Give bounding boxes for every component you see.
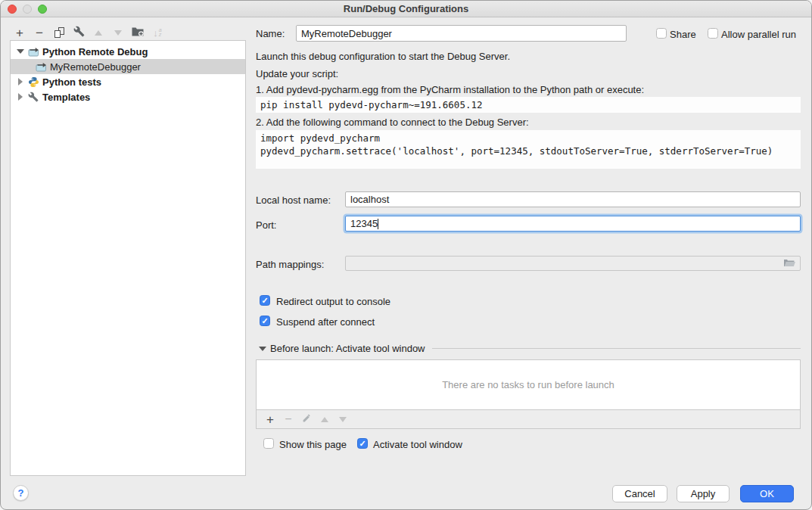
before-launch-tasks-list: There are no tasks to run before launch (256, 359, 801, 410)
remote-debug-config-icon (35, 62, 47, 72)
chevron-expanded-icon[interactable] (17, 49, 24, 54)
add-configuration-button[interactable]: + (11, 24, 28, 41)
allow-parallel-run-label: Allow parallel run (721, 29, 796, 40)
tree-item-python-remote-debug[interactable]: Python Remote Debug (11, 44, 245, 59)
add-task-button[interactable]: + (261, 411, 279, 428)
allow-parallel-run-checkbox[interactable]: ✓ (708, 28, 718, 39)
tree-item-label: Python Remote Debug (42, 46, 148, 58)
tree-item-python-tests[interactable]: Python tests (11, 74, 245, 89)
redirect-output-checkbox[interactable]: ✓ (260, 295, 270, 306)
help-button[interactable]: ? (13, 485, 29, 501)
tree-item-label: Templates (42, 92, 90, 103)
instruction-line-1: Launch this debug configuration to start… (256, 51, 510, 62)
minimize-button (23, 5, 32, 14)
chevron-collapsed-icon[interactable] (18, 78, 23, 86)
configurations-tree: Python Remote Debug MyRemoteDebugger (10, 40, 246, 476)
copy-configuration-button[interactable] (51, 24, 67, 41)
apply-button[interactable]: Apply (677, 485, 730, 502)
name-label: Name: (256, 28, 285, 39)
show-this-page-label: Show this page (279, 439, 347, 450)
port-label: Port: (256, 219, 276, 231)
ok-button[interactable]: OK (740, 485, 794, 502)
help-icon: ? (18, 487, 24, 499)
suspend-after-connect-checkbox[interactable]: ✓ (260, 316, 270, 326)
path-mappings-field[interactable] (345, 256, 801, 271)
move-task-up-button (316, 411, 334, 428)
python-icon (27, 76, 39, 88)
tree-item-label: Python tests (42, 76, 101, 88)
settrace-code-line-1: import pydevd_pycharm (260, 132, 796, 145)
move-down-icon (114, 30, 122, 36)
before-launch-separator (432, 348, 801, 349)
name-input[interactable] (296, 25, 627, 42)
suspend-after-connect-label: Suspend after connect (276, 316, 375, 328)
copy-icon (54, 27, 64, 38)
wrench-icon (73, 26, 85, 39)
remove-icon: − (285, 413, 291, 425)
local-host-name-input[interactable] (345, 191, 801, 207)
cancel-button[interactable]: Cancel (612, 485, 667, 502)
new-folder-icon (132, 26, 144, 39)
port-input[interactable] (345, 216, 801, 232)
instruction-step-2: 2. Add the following command to connect … (256, 117, 529, 128)
no-tasks-message: There are no tasks to run before launch (442, 379, 614, 390)
instruction-step-1: 1. Add pydevd-pycharm.egg from the PyCha… (256, 84, 644, 95)
activate-tool-window-checkbox[interactable]: ✓ (357, 438, 368, 449)
remote-debug-config-icon (27, 47, 39, 57)
title-bar: Run/Debug Configurations (1, 1, 811, 17)
sort-az-icon: ↓ az (153, 28, 161, 38)
tree-item-myremotedebugger[interactable]: MyRemoteDebugger (11, 59, 245, 74)
zoom-button[interactable] (38, 5, 47, 14)
move-up-button (90, 24, 107, 41)
remove-configuration-button[interactable]: − (31, 24, 48, 41)
window-title: Run/Debug Configurations (1, 1, 811, 17)
move-down-icon (339, 417, 347, 422)
local-host-name-label: Local host name: (256, 194, 331, 206)
remove-task-button: − (279, 411, 297, 428)
settrace-code: import pydevd_pycharm pydevd_pycharm.set… (256, 130, 801, 169)
browse-button[interactable] (780, 257, 798, 270)
add-icon: + (16, 26, 23, 39)
tree-item-label: MyRemoteDebugger (50, 61, 141, 73)
check-icon: ✓ (261, 317, 268, 325)
show-this-page-checkbox[interactable]: ✓ (263, 438, 274, 449)
open-folder-icon (783, 258, 795, 270)
add-icon: + (266, 413, 274, 426)
remove-icon: − (36, 26, 43, 39)
pencil-icon (302, 413, 312, 425)
edit-templates-button[interactable] (70, 24, 87, 41)
before-launch-toolbar: + − (256, 410, 801, 429)
instruction-line-2: Update your script: (256, 68, 338, 79)
activate-tool-window-label: Activate tool window (373, 439, 462, 450)
share-checkbox[interactable]: ✓ (656, 28, 667, 39)
chevron-collapsed-icon[interactable] (18, 93, 23, 101)
move-up-icon (95, 30, 102, 36)
text-caret (378, 219, 378, 229)
check-icon: ✓ (261, 297, 268, 305)
before-launch-title: Before launch: Activate tool window (270, 343, 425, 354)
configurations-toolbar: + − (11, 24, 169, 41)
new-folder-button[interactable] (129, 24, 146, 41)
close-button[interactable] (8, 5, 17, 14)
traffic-lights (8, 5, 47, 14)
tree-item-templates[interactable]: Templates (11, 89, 245, 104)
move-up-icon (321, 417, 328, 422)
check-icon: ✓ (359, 440, 366, 448)
run-debug-configurations-dialog: Run/Debug Configurations + − (0, 0, 812, 510)
path-mappings-label: Path mappings: (256, 259, 324, 270)
settrace-code-line-2: pydevd_pycharm.settrace('localhost', por… (260, 145, 796, 157)
move-down-button (110, 24, 126, 41)
pip-install-code: pip install pydevd-pycharm~=191.6605.12 (256, 97, 801, 113)
move-task-down-button (334, 411, 352, 428)
redirect-output-label: Redirect output to console (276, 296, 390, 307)
templates-wrench-icon (27, 92, 39, 102)
edit-task-button (297, 411, 316, 428)
sort-configurations-button: ↓ az (149, 24, 166, 41)
before-launch-collapse-icon[interactable] (259, 347, 266, 351)
share-label: Share (670, 29, 696, 40)
